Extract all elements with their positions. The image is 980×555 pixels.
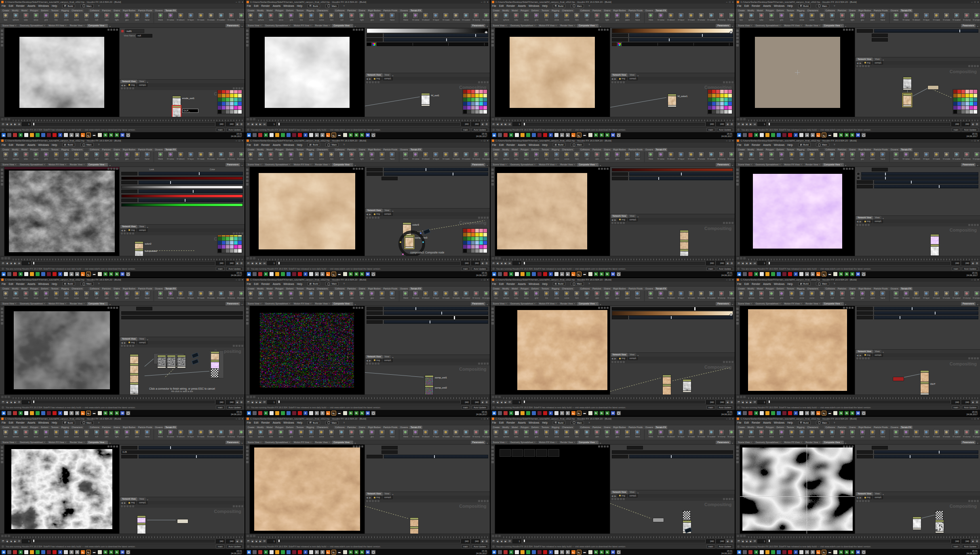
shelf-tab[interactable]: Polygon: [519, 426, 530, 429]
palette-swatch[interactable]: [222, 94, 226, 97]
taskbar-icon[interactable]: [7, 411, 11, 415]
shelf-tab[interactable]: Collisions: [824, 9, 836, 12]
close-tab-icon[interactable]: ×: [574, 302, 575, 305]
taskbar-icon[interactable]: [799, 550, 803, 554]
palette-swatch[interactable]: [238, 245, 242, 249]
taskbar-clock[interactable]: 15:0124.06.2017: [476, 411, 488, 416]
maximize-button[interactable]: □: [484, 1, 485, 3]
taskbar-icon[interactable]: [309, 272, 313, 276]
close-tab-icon[interactable]: ×: [260, 441, 261, 443]
close-tab-icon[interactable]: ×: [819, 302, 820, 305]
snapshot-tool-icon[interactable]: [491, 40, 494, 43]
play-button[interactable]: ▶: [749, 540, 752, 542]
shelf-tab[interactable]: Model: [756, 426, 764, 429]
shelf-tool[interactable]: hf slump: [472, 429, 481, 438]
taskbar-icon[interactable]: [543, 133, 547, 137]
palette-swatch[interactable]: [728, 110, 732, 114]
timeline-left-buttons[interactable]: [736, 256, 747, 260]
taskbar-icon[interactable]: ᓚ: [571, 411, 575, 415]
shelf-tool[interactable]: grid: [287, 429, 296, 438]
take-selector[interactable]: main: [216, 128, 225, 132]
pan-tool-icon[interactable]: [736, 172, 739, 175]
palette-swatch[interactable]: [471, 106, 475, 110]
frame-slider[interactable]: [32, 540, 215, 542]
range-start-field[interactable]: 240: [951, 261, 960, 265]
range-end-field[interactable]: 240: [471, 539, 480, 543]
color-palette[interactable]: [217, 235, 242, 253]
snapshot-tool-icon[interactable]: [246, 457, 249, 460]
net-tool-icon[interactable]: [977, 357, 979, 359]
frame-ticks[interactable]: [13, 117, 243, 121]
pane-tab[interactable]: Geometry Spreadsheet×: [18, 24, 46, 27]
net-tool-icon[interactable]: [126, 345, 129, 347]
taskbar-icon[interactable]: N: [103, 272, 107, 276]
jump-end-button[interactable]: ⏭: [18, 262, 21, 265]
pane-tab[interactable]: Geometry Spreadsheet×: [18, 302, 46, 306]
taskbar-icon[interactable]: [64, 133, 68, 137]
shelf-tab[interactable]: Rigid Bodies: [122, 426, 137, 429]
realtime-toggle-icon[interactable]: ◈: [972, 123, 974, 126]
pane-tab[interactable]: Scene View×: [1, 302, 18, 306]
shelf-tool[interactable]: hand: [143, 291, 152, 299]
shelf-tool[interactable]: hfield: [401, 152, 410, 160]
help-icon[interactable]: ?: [98, 283, 99, 285]
help-icon[interactable]: ?: [834, 143, 835, 146]
shelf-tab[interactable]: Oceans: [399, 426, 409, 429]
shelf-tool[interactable]: hf slump: [227, 429, 236, 438]
parameter-slider[interactable]: [139, 181, 243, 184]
taskbar-icon[interactable]: N: [349, 411, 353, 415]
jump-start-button[interactable]: ⏮: [247, 540, 250, 542]
net-tool-icon[interactable]: [868, 357, 870, 359]
range-end-field[interactable]: 240: [226, 261, 235, 265]
zoom-tool-icon[interactable]: [246, 315, 249, 317]
shelf-tool[interactable]: font: [818, 152, 826, 160]
taskbar-icon[interactable]: [13, 411, 17, 415]
viewer-option-icon[interactable]: [846, 168, 848, 170]
shelf-tool[interactable]: hf distort: [176, 152, 185, 160]
shelf-tool[interactable]: hf slump: [717, 13, 726, 21]
palette-swatch[interactable]: [218, 110, 221, 114]
nav-back-icon[interactable]: ◀: [121, 229, 123, 232]
shelf-tool[interactable]: hf erode: [697, 291, 706, 299]
palette-swatch[interactable]: [471, 90, 475, 93]
close-tab-icon[interactable]: ×: [44, 163, 45, 166]
net-tool-icon[interactable]: [377, 500, 379, 502]
shelf-tab[interactable]: Polygon: [274, 426, 285, 429]
pane-tab[interactable]: Render View×: [558, 441, 577, 444]
shelf-tab[interactable]: Terrain FX: [655, 9, 667, 12]
window-controls[interactable]: – □ ×: [481, 279, 488, 281]
viewer-left-toolbar[interactable]: [0, 445, 4, 534]
zoom-tool-icon[interactable]: [1, 315, 3, 317]
tab-view[interactable]: View: [138, 497, 146, 501]
taskbar-icon[interactable]: [521, 411, 525, 415]
frame-slider[interactable]: [523, 262, 705, 265]
shelf-tool[interactable]: null: [337, 152, 346, 160]
palette-swatch[interactable]: [728, 102, 732, 106]
network-view[interactable]: Compositing: [610, 363, 735, 395]
taskbar-icon[interactable]: N: [103, 133, 107, 137]
play-button[interactable]: ▶: [259, 262, 262, 265]
network-breadcrumb[interactable]: ◀ ▶ img comp1: [365, 359, 490, 362]
viewer-option-icon[interactable]: [604, 168, 606, 170]
net-tool-icon[interactable]: [623, 498, 625, 500]
shelf-tool[interactable]: hf erode: [942, 429, 951, 438]
shelf-tab[interactable]: Particle Fluids: [873, 426, 889, 429]
taskbar-icon[interactable]: [504, 550, 508, 554]
window-controls[interactable]: – □ ×: [726, 279, 733, 281]
nav-forward-icon[interactable]: ▶: [369, 77, 371, 80]
taskbar-icon[interactable]: [309, 550, 313, 554]
node-name-field[interactable]: null1: [125, 29, 144, 33]
take-selector[interactable]: main: [461, 128, 470, 132]
range-end-field[interactable]: 240: [471, 122, 480, 126]
pane-tab[interactable]: Render View×: [558, 302, 577, 306]
window-controls[interactable]: – □ ×: [236, 418, 243, 420]
radial-menu-selector[interactable]: Main: [80, 282, 94, 286]
anim-options-icon[interactable]: ⚙: [240, 262, 243, 265]
viewer-option-icon[interactable]: [846, 29, 848, 31]
taskbar-icon[interactable]: [743, 133, 747, 137]
breadcrumb-context[interactable]: img: [372, 77, 381, 80]
close-tab-icon[interactable]: ×: [779, 24, 780, 27]
taskbar-clock[interactable]: 15:0124.06.2017: [231, 411, 243, 416]
jump-end-button[interactable]: ⏭: [508, 401, 511, 403]
parameter-slider[interactable]: [629, 455, 733, 458]
